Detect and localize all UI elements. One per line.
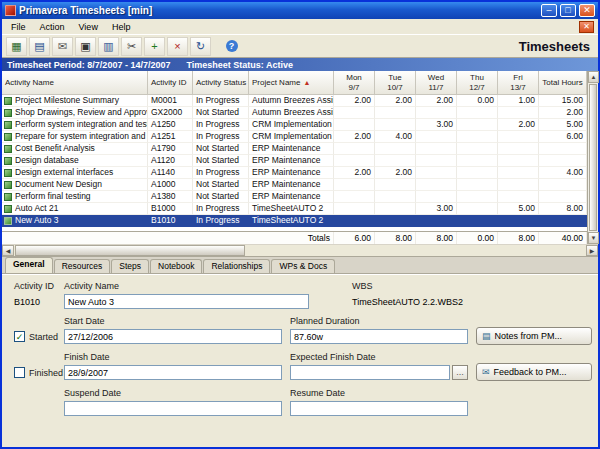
print-preview-button[interactable]: ▥ [98,37,119,56]
column-header-mon[interactable]: Mon 9/7 [334,71,375,95]
day-hours-cell[interactable] [457,215,498,227]
vertical-scrollbar[interactable]: ▲ ▼ [587,71,598,244]
minimize-button[interactable]: – [541,4,557,17]
day-hours-cell[interactable] [416,215,457,227]
day-hours-cell[interactable] [334,191,375,203]
day-hours-cell[interactable] [334,143,375,155]
day-hours-cell[interactable] [334,203,375,215]
day-hours-cell[interactable]: 2.00 [498,119,539,131]
planned-duration-field[interactable]: 87.60w [290,329,468,344]
refresh-button[interactable]: ↻ [190,37,211,56]
day-hours-cell[interactable] [375,155,416,167]
menu-view[interactable]: View [72,21,105,33]
column-header-tue[interactable]: Tue 10/7 [375,71,416,95]
day-hours-cell[interactable]: 1.00 [498,95,539,107]
horizontal-scroll-thumb[interactable] [15,245,245,256]
day-hours-cell[interactable] [498,215,539,227]
finish-date-field[interactable]: 28/9/2007 [64,365,282,380]
day-hours-cell[interactable]: 0.00 [457,95,498,107]
add-activity-button[interactable]: + [144,37,165,56]
day-hours-cell[interactable] [457,131,498,143]
started-checkbox[interactable]: ✓ [14,331,25,342]
day-hours-cell[interactable] [416,179,457,191]
day-hours-cell[interactable]: 2.00 [416,95,457,107]
day-hours-cell[interactable] [457,179,498,191]
day-hours-cell[interactable] [334,119,375,131]
day-hours-cell[interactable]: 3.00 [416,203,457,215]
day-hours-cell[interactable] [416,131,457,143]
day-hours-cell[interactable] [416,143,457,155]
day-hours-cell[interactable] [375,191,416,203]
day-hours-cell[interactable] [498,155,539,167]
table-row[interactable]: Perform system integration and testing A… [2,119,587,131]
day-hours-cell[interactable] [498,179,539,191]
tab-relationships[interactable]: Relationships [203,259,270,273]
day-hours-cell[interactable] [457,143,498,155]
column-header-thu[interactable]: Thu 12/7 [457,71,498,95]
print-button[interactable]: ▣ [75,37,96,56]
feedback-to-pm-button[interactable]: ✉ Feedback to PM... [476,363,592,381]
day-hours-cell[interactable]: 2.00 [375,167,416,179]
day-hours-cell[interactable] [375,215,416,227]
tab-wps-docs[interactable]: WPs & Docs [271,259,335,273]
day-hours-cell[interactable]: 2.00 [375,95,416,107]
help-button[interactable]: ? [221,37,242,56]
menu-action[interactable]: Action [33,21,72,33]
day-hours-cell[interactable] [416,155,457,167]
column-header-wed[interactable]: Wed 11/7 [416,71,457,95]
tab-steps[interactable]: Steps [111,259,149,273]
column-header-activity-name[interactable]: Activity Name [2,71,148,95]
vertical-scroll-thumb[interactable] [589,84,597,231]
table-row[interactable]: Auto Act 21 B1000 In Progress TimeSheetA… [2,203,587,215]
day-hours-cell[interactable] [457,119,498,131]
column-header-total-hours[interactable]: Total Hours [539,71,587,95]
tab-notebook[interactable]: Notebook [150,259,202,273]
table-row[interactable]: Shop Drawings, Review and Approve GX2000… [2,107,587,119]
table-row[interactable]: Document New Design A1000 Not Started ER… [2,179,587,191]
day-hours-cell[interactable] [457,155,498,167]
column-header-activity-id[interactable]: Activity ID [148,71,193,95]
day-hours-cell[interactable] [375,143,416,155]
table-row[interactable]: Design external interfaces A1140 In Prog… [2,167,587,179]
day-hours-cell[interactable] [457,203,498,215]
day-hours-cell[interactable] [375,179,416,191]
day-hours-cell[interactable] [457,107,498,119]
day-hours-cell[interactable]: 3.00 [416,119,457,131]
day-hours-cell[interactable] [375,203,416,215]
table-row[interactable]: New Auto 3 B1010 In Progress TimeSheetAU… [2,215,587,227]
suspend-date-field[interactable] [64,401,282,416]
day-hours-cell[interactable]: 5.00 [498,203,539,215]
delete-activity-button[interactable]: × [167,37,188,56]
title-bar[interactable]: Primavera Timesheets [min] – □ ✕ [2,2,598,19]
maximize-button[interactable]: □ [560,4,576,17]
day-hours-cell[interactable] [375,119,416,131]
close-button[interactable]: ✕ [579,4,595,17]
table-row[interactable]: Design database A1120 Not Started ERP Ma… [2,155,587,167]
menu-file[interactable]: File [4,21,33,33]
table-row[interactable]: Prepare for system integration and testi… [2,131,587,143]
activity-name-field[interactable]: New Auto 3 [64,294,309,309]
table-row[interactable]: Perform final testing A1380 Not Started … [2,191,587,203]
finished-checkbox[interactable] [14,367,25,378]
tab-general[interactable]: General [5,257,53,273]
day-hours-cell[interactable] [334,155,375,167]
scroll-down-icon[interactable]: ▼ [588,232,599,244]
day-hours-cell[interactable]: 2.00 [334,131,375,143]
timesheet-rows-button[interactable]: ▤ [29,37,50,56]
table-row[interactable]: Project Milestone Summary M0001 In Progr… [2,95,587,107]
day-hours-cell[interactable] [416,167,457,179]
notes-from-pm-button[interactable]: ▤ Notes from PM... [476,327,592,345]
table-row[interactable]: Cost Benefit Analysis A1790 Not Started … [2,143,587,155]
horizontal-scrollbar[interactable]: ◀ ▶ [2,244,598,256]
day-hours-cell[interactable] [334,179,375,191]
day-hours-cell[interactable] [498,107,539,119]
day-hours-cell[interactable] [498,167,539,179]
day-hours-cell[interactable] [334,215,375,227]
day-hours-cell[interactable] [334,107,375,119]
scroll-left-icon[interactable]: ◀ [2,245,14,256]
day-hours-cell[interactable] [416,191,457,203]
timesheet-grid-button[interactable]: ▦ [6,37,27,56]
day-hours-cell[interactable] [416,107,457,119]
day-hours-cell[interactable] [457,167,498,179]
mail-button[interactable]: ✉ [52,37,73,56]
